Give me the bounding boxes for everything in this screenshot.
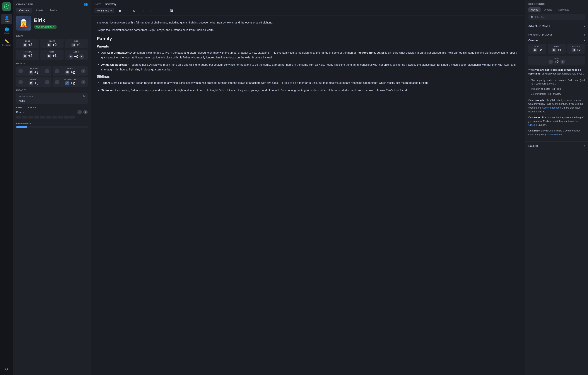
bonds-increase-button[interactable]: + bbox=[83, 110, 88, 114]
bold-button[interactable]: B bbox=[117, 7, 123, 14]
stat-adds: ADDS − +0 + bbox=[65, 50, 88, 60]
character-menu-icon[interactable]: 👥 bbox=[84, 2, 88, 6]
svg-point-1 bbox=[6, 6, 7, 7]
adds-decrease-button[interactable]: − bbox=[69, 54, 73, 59]
dice-icon-momentum[interactable]: ↺ bbox=[65, 81, 69, 85]
pay-price-link[interactable]: Pay the Price bbox=[547, 133, 562, 136]
dot-2 bbox=[22, 116, 27, 119]
adventure-moves-title: Adventure Moves bbox=[528, 24, 550, 28]
compel-adds-value: +0 bbox=[555, 60, 559, 64]
spirit-increase-button[interactable]: + bbox=[81, 69, 85, 73]
image-button[interactable]: 🖼 bbox=[168, 7, 175, 14]
stat-wits: WITS ⚄ +1 bbox=[41, 50, 63, 60]
bonds-track-dots bbox=[16, 116, 88, 119]
bonds-label: Bonds bbox=[16, 111, 24, 114]
dice-icon-edge[interactable]: ⚄ bbox=[23, 43, 27, 47]
siblings-list: Tegan: Stern like his father, Tegan refu… bbox=[101, 80, 519, 92]
impacts-edit-button[interactable]: ✎ bbox=[83, 95, 85, 98]
character-name: Eirik bbox=[34, 17, 57, 23]
compel-option-lie: Lie or swindle: Roll +shadow. bbox=[528, 91, 585, 97]
adventure-moves-header[interactable]: Adventure Moves ▾ bbox=[525, 22, 588, 30]
relationship-moves-header[interactable]: Relationship Moves ▴ bbox=[525, 30, 588, 39]
more-options-button[interactable]: ··· bbox=[515, 7, 522, 14]
avilda-name: Avilda Shieldbreaker: bbox=[101, 63, 129, 66]
panel-header: CHARACTER 👥 bbox=[13, 0, 91, 6]
sibling-sidan: Sidan: Another brother, Sidan was slippe… bbox=[101, 88, 519, 93]
adds-increase-button[interactable]: + bbox=[79, 54, 84, 59]
tab-overview[interactable]: Overview bbox=[16, 8, 32, 13]
compel-adds-increase[interactable]: + bbox=[560, 60, 565, 64]
nav-item-homebrew[interactable]: ✏️ Homebrew bbox=[1, 37, 12, 47]
ask-oracle-link[interactable]: Ask the Oracle bbox=[528, 120, 578, 126]
combat-status-badge[interactable]: Out of Combat ▼ bbox=[34, 25, 57, 29]
search-input[interactable] bbox=[535, 16, 583, 19]
momentum-decrease-button[interactable]: − bbox=[55, 80, 59, 84]
momentum-increase-button[interactable]: + bbox=[81, 80, 85, 84]
sojourn-category: Sojourn › bbox=[525, 142, 588, 150]
gather-info-link[interactable]: Gather Information bbox=[542, 106, 562, 109]
health-increase-button[interactable]: + bbox=[45, 69, 49, 73]
dice-icon-heart[interactable]: ⚄ bbox=[47, 43, 51, 47]
meter-health: − HEALTH ⚄ +3 + bbox=[16, 66, 52, 76]
compel-adds-decrease[interactable]: − bbox=[548, 60, 553, 64]
stat-adds-label: ADDS bbox=[74, 51, 79, 53]
impacts-section-header: IMPACTS bbox=[13, 87, 91, 93]
toolbar-separator-1 bbox=[115, 8, 116, 13]
tab-moves[interactable]: Moves bbox=[528, 7, 541, 12]
dot-9 bbox=[63, 116, 69, 119]
supply-increase-button[interactable]: + bbox=[45, 80, 49, 84]
dice-icon-iron[interactable]: ⚄ bbox=[72, 43, 75, 47]
sojourn-header[interactable]: Sojourn › bbox=[525, 142, 588, 150]
compel-dice-iron[interactable]: ⚄ bbox=[552, 48, 556, 52]
ordered-list-button[interactable]: ≡ bbox=[147, 7, 154, 14]
nav-item-worlds[interactable]: 🌐 Worlds bbox=[1, 26, 12, 36]
move-search: 🔍 bbox=[528, 14, 585, 20]
meter-spirit: − SPIRIT ⚄ +2 + bbox=[53, 66, 88, 76]
impacts-box: Active Impacts ✎ None bbox=[16, 93, 88, 104]
adds-control: − +0 + bbox=[69, 54, 84, 59]
nav-item-games[interactable]: 👤 Games bbox=[1, 14, 12, 24]
supply-decrease-button[interactable]: − bbox=[19, 80, 23, 84]
stat-edge: EDGE ⚄ +3 bbox=[16, 39, 39, 48]
experience-section-header: EXPERIENCE bbox=[13, 120, 91, 126]
stat-edge-label: EDGE bbox=[25, 40, 31, 42]
app-logo[interactable] bbox=[2, 2, 11, 11]
dot-3 bbox=[28, 116, 33, 119]
stat-iron-label: IRON bbox=[74, 40, 79, 42]
nav-item-settings[interactable]: ⚙ bbox=[1, 365, 12, 373]
text-style-chevron: ▾ bbox=[110, 9, 112, 12]
compel-description: When you attempt to persuade someone to … bbox=[528, 68, 585, 76]
compel-header: Compel ▴ bbox=[528, 39, 585, 42]
bonds-decrease-button[interactable]: − bbox=[77, 110, 82, 114]
dice-icon-supply[interactable]: ⚄ bbox=[29, 81, 33, 85]
tab-tracks[interactable]: Tracks bbox=[47, 8, 60, 13]
health-decrease-button[interactable]: − bbox=[19, 69, 23, 73]
blockquote-button[interactable]: " bbox=[161, 7, 168, 14]
bullet-list-button[interactable]: ≡ bbox=[140, 7, 147, 14]
reference-panel: REFERENCE Moves Oracles Game Log 🔍 Adven… bbox=[525, 0, 588, 375]
character-avatar: 🧝 bbox=[16, 16, 31, 31]
spirit-decrease-button[interactable]: − bbox=[55, 69, 59, 73]
experience-bar bbox=[16, 126, 88, 128]
main-content: Notes / Backstory Normal Text ▾ B I S ≡ … bbox=[91, 0, 525, 375]
breadcrumb-notes[interactable]: Notes bbox=[94, 3, 101, 6]
dice-icon-health[interactable]: ⚄ bbox=[29, 70, 33, 75]
compel-collapse-arrow[interactable]: ▴ bbox=[584, 39, 585, 42]
dice-icon-shadow[interactable]: ⚄ bbox=[23, 54, 27, 58]
stat-heart: HEART ⚄ +2 bbox=[41, 39, 63, 48]
meter-supply: − SUPPLY ⚄ +5 + bbox=[16, 77, 52, 87]
dice-icon-spirit[interactable]: ⚄ bbox=[65, 70, 69, 75]
meter-momentum: − MOMENTUM ↺ +2 + bbox=[53, 77, 88, 87]
strikethrough-button[interactable]: S bbox=[131, 7, 137, 14]
tab-oracles[interactable]: Oracles bbox=[541, 7, 555, 12]
divider-button[interactable]: — bbox=[154, 7, 161, 14]
compel-dice-shadow[interactable]: ⚄ bbox=[572, 48, 576, 52]
italic-button[interactable]: I bbox=[124, 7, 130, 14]
reference-content: Adventure Moves ▾ Relationship Moves ▴ C… bbox=[525, 22, 588, 375]
dice-icon-wits[interactable]: ⚄ bbox=[47, 54, 51, 58]
stats-grid: EDGE ⚄ +3 HEART ⚄ +2 IRON ⚄ +1 SHADOW ⚄ bbox=[13, 39, 91, 60]
tab-game-log[interactable]: Game Log bbox=[556, 7, 572, 12]
compel-dice-heart[interactable]: ⚄ bbox=[533, 48, 537, 52]
tab-assets[interactable]: Assets bbox=[33, 8, 46, 13]
text-style-dropdown[interactable]: Normal Text ▾ bbox=[94, 8, 114, 13]
